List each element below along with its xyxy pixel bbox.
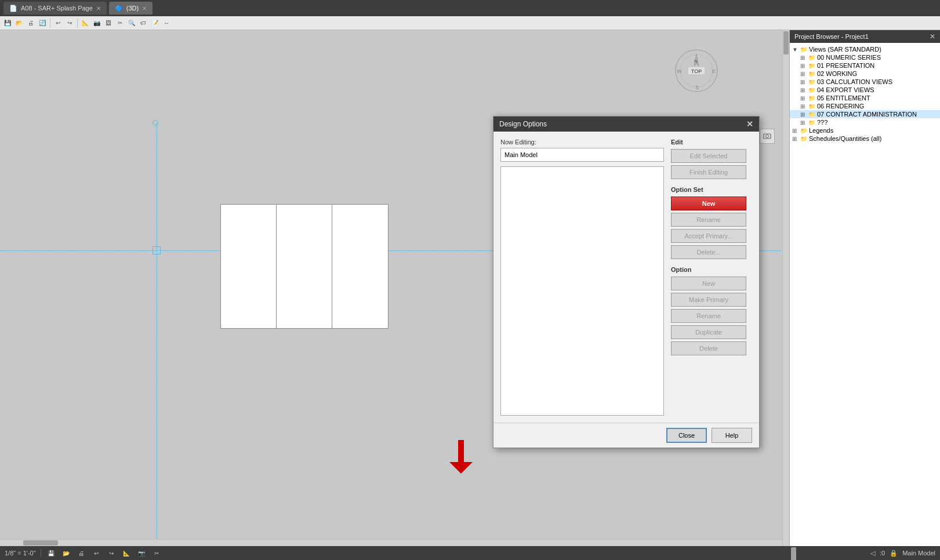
tree-item-views[interactable]: ▼ 📁 Views (SAR STANDARD) — [790, 45, 940, 53]
redo-icon[interactable]: ↪ — [64, 18, 75, 28]
tag-icon[interactable]: 🏷 — [138, 18, 148, 28]
folder-icon-03: 📁 — [808, 79, 815, 85]
folder-icon-06: 📁 — [808, 103, 815, 110]
main-layout: S W E N TOP — [0, 30, 940, 546]
scroll-thumb-h — [23, 540, 58, 546]
tree-item-legends[interactable]: ⊞ 📁 Legends — [790, 126, 940, 134]
vertical-scrollbar[interactable] — [782, 30, 789, 546]
save-icon[interactable]: 💾 — [2, 18, 13, 28]
detail-icon[interactable]: 🔍 — [126, 18, 137, 28]
status-save-icon[interactable]: 💾 — [46, 548, 56, 558]
folder-icon-04: 📁 — [808, 87, 815, 93]
tree-item-05[interactable]: ⊞ 📁 05 ENTITLEMENT — [790, 94, 940, 102]
option-delete-button[interactable]: Delete — [671, 341, 746, 355]
expander-00: ⊞ — [800, 54, 808, 61]
render-icon[interactable]: 🖼 — [103, 18, 114, 28]
option-set-section: Option Set New Rename Accept Primary... … — [671, 186, 752, 259]
tree-label-legends: Legends — [809, 127, 833, 134]
section-icon[interactable]: ✂ — [115, 18, 125, 28]
open-icon[interactable]: 📂 — [14, 18, 24, 28]
separator-1 — [50, 19, 50, 28]
compass: S W E N TOP — [673, 48, 720, 94]
dimension-icon[interactable]: ↔ — [161, 18, 172, 28]
svg-rect-15 — [460, 441, 462, 461]
horizontal-scrollbar[interactable] — [0, 539, 782, 546]
tab-3d[interactable]: 🔷 (3D) ✕ — [109, 2, 153, 14]
tree-item-06[interactable]: ⊞ 📁 06 RENDERING — [790, 102, 940, 110]
tree-label-01: 01 PRESENTATION — [817, 62, 874, 69]
now-editing-input[interactable] — [500, 148, 664, 162]
folder-icon-00: 📁 — [808, 54, 815, 61]
option-set-accept-button[interactable]: Accept Primary... — [671, 229, 746, 243]
edit-selected-button[interactable]: Edit Selected — [671, 149, 746, 163]
status-print-icon[interactable]: 🖨 — [76, 548, 86, 558]
option-rename-button[interactable]: Rename — [671, 309, 746, 323]
print-icon[interactable]: 🖨 — [26, 18, 36, 28]
tree-label-06: 06 RENDERING — [817, 103, 864, 110]
tree-label-07: 07 CONTRACT ADMINISTRATION — [817, 111, 917, 118]
dialog-close-button[interactable]: ✕ — [746, 120, 753, 128]
sync-icon[interactable]: 🔄 — [37, 18, 48, 28]
tab-splash-close[interactable]: ✕ — [96, 5, 101, 12]
folder-icon-05: 📁 — [808, 95, 815, 101]
status-section-icon[interactable]: ✂ — [151, 548, 162, 558]
tree-item-schedules[interactable]: ⊞ 📁 Schedules/Quantities (all) — [790, 134, 940, 143]
option-set-delete-button[interactable]: Delete... — [671, 245, 746, 259]
status-camera-icon[interactable]: 📷 — [136, 548, 147, 558]
tree-item-00[interactable]: ⊞ 📁 00 NUMERIC SERIES — [790, 53, 940, 61]
scale-indicator: 1/8" = 1'-0" — [5, 550, 36, 557]
svg-marker-14 — [449, 462, 473, 474]
scroll-thumb-v — [783, 31, 789, 54]
options-list[interactable] — [500, 166, 664, 416]
status-open-icon[interactable]: 📂 — [61, 548, 71, 558]
tree-item-04[interactable]: ⊞ 📁 04 EXPORT VIEWS — [790, 86, 940, 94]
folder-icon-schedules: 📁 — [800, 136, 807, 142]
option-duplicate-button[interactable]: Duplicate — [671, 325, 746, 339]
status-redo-icon[interactable]: ↪ — [106, 548, 117, 558]
status-undo-icon[interactable]: ↩ — [91, 548, 101, 558]
svg-text:S: S — [695, 85, 699, 90]
tree-item-unknown[interactable]: ⊞ 📁 ??? — [790, 118, 940, 126]
status-measure-icon[interactable]: 📐 — [121, 548, 132, 558]
help-button[interactable]: Help — [712, 428, 752, 443]
tree-item-07[interactable]: ⊞ 📁 07 CONTRACT ADMINISTRATION — [790, 110, 940, 118]
tab-splash-label: A08 - SAR+ Splash Page — [21, 5, 93, 12]
model-label: Main Model — [902, 550, 935, 557]
panel-titlebar: Project Browser - Project1 ✕ — [790, 30, 940, 43]
camera-icon[interactable]: 📷 — [92, 18, 102, 28]
panel-close-button[interactable]: ✕ — [930, 32, 935, 41]
tree-item-02[interactable]: ⊞ 📁 02 WORKING — [790, 70, 940, 78]
tab-splash[interactable]: 📄 A08 - SAR+ Splash Page ✕ — [3, 2, 107, 14]
tree-view[interactable]: ▼ 📁 Views (SAR STANDARD) ⊞ 📁 00 NUMERIC … — [790, 43, 940, 546]
expander-07: ⊞ — [800, 111, 808, 118]
dialog-footer: Close Help — [493, 423, 759, 448]
toolbar: 💾 📂 🖨 🔄 ↩ ↪ 📐 📷 🖼 ✂ 🔍 🏷 📝 ↔ — [0, 16, 940, 30]
option-make-primary-button[interactable]: Make Primary — [671, 293, 746, 307]
annotate-icon[interactable]: 📝 — [150, 18, 160, 28]
dialog-title: Design Options — [499, 120, 547, 128]
now-editing-label: Now Editing: — [500, 139, 664, 146]
option-set-new-button[interactable]: New — [671, 197, 746, 210]
camera-view-icon[interactable] — [760, 129, 775, 144]
close-button[interactable]: Close — [666, 428, 707, 443]
folder-icon-unknown: 📁 — [808, 119, 815, 126]
expander-unknown: ⊞ — [800, 119, 808, 126]
measure-icon[interactable]: 📐 — [80, 18, 90, 28]
expander-06: ⊞ — [800, 103, 808, 110]
finish-editing-button[interactable]: Finish Editing — [671, 165, 746, 179]
folder-icon-views: 📁 — [800, 46, 807, 53]
folder-icon-02: 📁 — [808, 71, 815, 77]
table-cell-2 — [277, 205, 332, 328]
option-new-button[interactable]: New — [671, 277, 746, 290]
tree-item-01[interactable]: ⊞ 📁 01 PRESENTATION — [790, 61, 940, 70]
tree-item-03[interactable]: ⊞ 📁 03 CALCULATION VIEWS — [790, 78, 940, 86]
tree-label-05: 05 ENTITLEMENT — [817, 94, 870, 101]
tab-splash-icon: 📄 — [9, 5, 17, 12]
tab-3d-close[interactable]: ✕ — [142, 5, 147, 12]
status-bar: 1/8" = 1'-0" 💾 📂 🖨 ↩ ↪ 📐 📷 ✂ ◁ :0 🔒 Main… — [0, 546, 940, 560]
undo-icon[interactable]: ↩ — [53, 18, 63, 28]
dialog-right-panel: Edit Edit Selected Finish Editing Option… — [671, 139, 752, 416]
expander-02: ⊞ — [800, 71, 808, 77]
option-set-rename-button[interactable]: Rename — [671, 213, 746, 227]
design-options-dialog: Design Options ✕ Now Editing: Edit Edit … — [493, 116, 760, 448]
